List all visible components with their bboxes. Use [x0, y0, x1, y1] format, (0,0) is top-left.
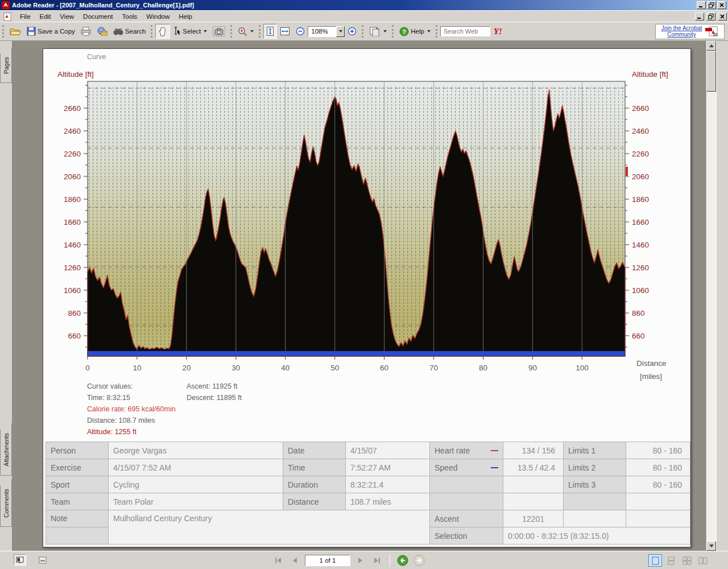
first-page-button[interactable] [272, 555, 284, 566]
search-button[interactable]: Search [110, 24, 148, 39]
title-bar: Adobe Reader - [2007_Mulholland_Century_… [0, 0, 728, 10]
sidebar-tab-attachments[interactable]: Attachments [0, 423, 12, 476]
save-a-copy-button[interactable]: Save a Copy [24, 24, 78, 39]
navigation-pane-toggle-button[interactable] [14, 554, 26, 566]
previous-view-button[interactable] [396, 555, 409, 566]
empty-value-cell [503, 476, 564, 493]
toolbar-grip[interactable] [151, 25, 152, 38]
svg-text:100: 100 [576, 364, 589, 372]
window-title: Adobe Reader - [2007_Mulholland_Century_… [10, 2, 696, 9]
scroll-down-button[interactable] [706, 541, 716, 551]
svg-text:Curve: Curve [87, 53, 106, 61]
page-indicator[interactable]: 1 of 1 [305, 555, 350, 566]
sport-label-cell: Sport [46, 476, 109, 493]
restore-button[interactable] [707, 1, 716, 9]
continuous-layout-button[interactable] [664, 554, 678, 567]
sidebar-tab-pages[interactable]: Pages [0, 48, 12, 83]
scrollbar-thumb[interactable] [706, 51, 716, 92]
fit-width-icon [280, 27, 290, 36]
hand-tool-button[interactable] [155, 24, 170, 39]
open-folder-icon [10, 27, 21, 36]
zoom-level-dropdown[interactable] [336, 26, 345, 37]
options-icon [39, 556, 47, 564]
menu-item-window[interactable]: Window [142, 12, 174, 21]
page-display-button[interactable] [366, 24, 390, 39]
yahoo-logo[interactable]: Y! [494, 27, 502, 36]
toolbar-grip[interactable] [362, 25, 363, 38]
heart-rate-value-cell: 134 / 156 [503, 442, 564, 459]
navigation-tab-strip: Pages Attachments Comments [0, 41, 13, 551]
menu-item-help[interactable]: Help [174, 12, 197, 21]
select-dropdown-arrow[interactable] [204, 30, 207, 32]
svg-text:2460: 2460 [632, 127, 649, 135]
next-view-button[interactable] [413, 555, 425, 566]
doc-restore-button[interactable] [706, 13, 715, 20]
last-page-icon [373, 557, 381, 564]
exercise-label-cell: Exercise [46, 459, 109, 476]
pane-toggle-icon [16, 556, 24, 564]
close-button[interactable] [717, 1, 726, 9]
menu-item-edit[interactable]: Edit [35, 12, 56, 21]
empty-value-cell [626, 493, 690, 510]
previous-page-button[interactable] [288, 555, 301, 566]
scroll-up-button[interactable] [706, 41, 716, 51]
altitude-chart-svg: 6606608608601060106012601260146014601660… [43, 49, 692, 390]
search-web-input[interactable] [440, 26, 490, 36]
fit-width-button[interactable] [277, 24, 293, 39]
continuous-facing-layout-button[interactable] [680, 554, 694, 567]
last-page-button[interactable] [371, 555, 383, 566]
snapshot-button[interactable] [210, 24, 228, 39]
menu-item-document[interactable]: Document [78, 12, 117, 21]
acrobat-community-icon [705, 26, 718, 37]
svg-text:2660: 2660 [632, 104, 649, 113]
sidebar-tab-comments[interactable]: Comments [0, 479, 12, 527]
sport-value-cell: Cycling [109, 476, 283, 493]
time-label-cell: Time [283, 459, 346, 476]
print-button[interactable] [78, 24, 94, 39]
single-page-layout-button[interactable] [648, 554, 662, 567]
fit-page-button[interactable] [263, 24, 277, 39]
select-tool-button[interactable]: Select [170, 24, 210, 39]
toolbar-grip[interactable] [436, 25, 437, 38]
menu-item-tools[interactable]: Tools [118, 12, 142, 21]
toolbar-grip[interactable] [392, 25, 394, 38]
zoom-level-input[interactable]: 108% [308, 26, 336, 37]
zoom-in-button[interactable] [345, 24, 359, 39]
toolbar-grip[interactable] [230, 25, 232, 38]
team-label-cell: Team [46, 493, 109, 510]
zoom-tool-dropdown-arrow[interactable] [250, 30, 254, 32]
attachments-tab-label: Attachments [3, 433, 10, 466]
status-bar-options-button[interactable] [36, 554, 49, 566]
zoom-in-icon [348, 27, 357, 36]
join-acrobat-community-link[interactable]: Join the AcrobatCommunity [661, 25, 702, 38]
page-display-dropdown-arrow[interactable] [383, 30, 387, 32]
open-button[interactable] [7, 24, 24, 39]
help-dropdown-arrow[interactable] [427, 30, 431, 32]
toolbar-grip[interactable] [2, 25, 4, 38]
selection-value-cell: 0:00:00 - 8:32:15 (8:32:15.0) [503, 527, 690, 545]
empty-label-cell [430, 476, 503, 493]
team-value-cell: Team Polar [109, 493, 283, 510]
table-row: Exercise 4/15/07 7:52 AM Time 7:52:27 AM… [46, 459, 690, 476]
help-button[interactable]: ? Help [396, 24, 433, 39]
note-label-spacer-cell [46, 527, 109, 545]
svg-text:1660: 1660 [632, 218, 649, 226]
menu-item-file[interactable]: File [15, 12, 35, 21]
menu-item-view[interactable]: View [55, 12, 78, 21]
facing-layout-button[interactable] [696, 554, 710, 567]
svg-text:2260: 2260 [632, 150, 649, 158]
fit-page-icon [266, 26, 274, 36]
next-page-button[interactable] [354, 555, 367, 566]
zoom-out-button[interactable] [293, 24, 308, 39]
right-panel-strip [716, 41, 728, 551]
join-acrobat-community-button[interactable]: Join the AcrobatCommunity [655, 24, 725, 39]
heart-rate-legend-dash [491, 450, 498, 451]
text-select-cursor-icon [173, 27, 181, 36]
doc-close-button[interactable] [718, 13, 727, 20]
doc-minimize-button[interactable] [695, 13, 704, 20]
toolbar-grip[interactable] [259, 25, 260, 38]
zoom-tool-button[interactable] [235, 24, 257, 39]
email-button[interactable] [94, 24, 110, 39]
minimize-button[interactable] [697, 1, 706, 9]
vertical-scrollbar[interactable] [706, 41, 716, 551]
